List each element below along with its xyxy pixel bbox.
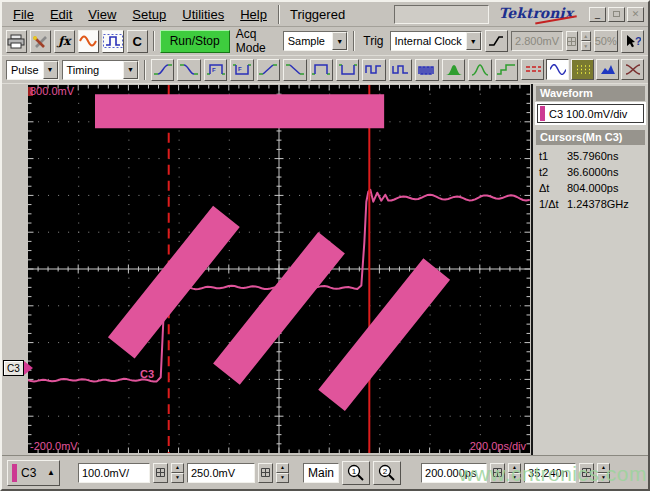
c-cursor-button[interactable]: C bbox=[127, 30, 148, 53]
cursor-t2-value: 36.6000ns bbox=[567, 166, 618, 178]
trigger-status: Triggered bbox=[284, 7, 392, 22]
spin-down-icon[interactable]: ▼ bbox=[508, 473, 521, 483]
horizontal-position-field[interactable]: 35.240n bbox=[524, 463, 576, 483]
pulse-neg-f-icon: F bbox=[232, 63, 252, 76]
measure-peak-outline-button[interactable] bbox=[468, 59, 491, 81]
printer-icon bbox=[7, 34, 25, 49]
channel-row[interactable]: C3 100.0mV/div bbox=[537, 104, 644, 123]
spin-up-icon[interactable]: ▲ bbox=[581, 31, 591, 41]
chevron-down-icon[interactable]: ▼ bbox=[43, 61, 58, 79]
measure-burst-button[interactable] bbox=[415, 59, 438, 81]
cursors-header: Cursors(Mn C3) bbox=[536, 130, 645, 145]
vertical-scale-field[interactable]: 100.0mV/ bbox=[78, 463, 150, 483]
tektronix-logo: Tektronix bbox=[497, 5, 583, 23]
menu-setup[interactable]: Setup bbox=[125, 5, 173, 24]
zoom-1-button[interactable]: 1 bbox=[342, 461, 370, 485]
spin-up-icon[interactable]: ▲ bbox=[508, 463, 521, 473]
acq-mode-dropdown[interactable]: Sample ▼ bbox=[283, 31, 349, 51]
spin-down-icon[interactable]: ▼ bbox=[597, 473, 610, 483]
keypad-button[interactable] bbox=[490, 463, 505, 483]
pulse-select-button[interactable] bbox=[102, 30, 124, 53]
minimize-button[interactable]: _ bbox=[589, 7, 606, 22]
menu-utilities[interactable]: Utilities bbox=[175, 5, 231, 24]
menu-file[interactable]: File bbox=[6, 5, 41, 24]
display-sine-button[interactable] bbox=[546, 59, 569, 80]
readout-sidebar: Waveform C3 100.0mV/div Cursors(Mn C3) t… bbox=[531, 84, 648, 455]
svg-text:?: ? bbox=[635, 35, 641, 47]
trig-source-dropdown[interactable]: Internal Clock ▼ bbox=[390, 31, 482, 51]
measure-pos-duty-button[interactable] bbox=[362, 59, 385, 81]
horizontal-scale-field[interactable]: 200.000ps bbox=[421, 463, 487, 483]
zoom-2-button[interactable]: 2 bbox=[373, 461, 401, 485]
cursor-freq-row: 1/Δt 1.24378GHz bbox=[536, 196, 645, 212]
spin-down-icon[interactable]: ▼ bbox=[276, 473, 289, 483]
timebase-view-label: Main bbox=[303, 463, 339, 483]
measure-freq-pos-button[interactable]: F bbox=[204, 59, 227, 81]
chevron-down-icon[interactable]: ▼ bbox=[332, 32, 347, 50]
tools-button[interactable] bbox=[30, 30, 51, 53]
acq-mode-value: Sample bbox=[284, 35, 333, 47]
trig-level-spinner[interactable]: ▲▼ bbox=[581, 31, 591, 51]
measure-category-dropdown[interactable]: Timing ▼ bbox=[62, 60, 139, 80]
measure-pos-width-button[interactable] bbox=[310, 59, 333, 81]
graticule-display[interactable]: 800.0mV -200.0mV 200.0ps/div C3 bbox=[28, 85, 530, 453]
trig-level-field[interactable]: 2.800mV bbox=[511, 31, 563, 51]
print-button[interactable] bbox=[6, 30, 27, 53]
measure-neg-duty-button[interactable] bbox=[389, 59, 412, 81]
spin-up-icon[interactable]: ▲ bbox=[597, 463, 610, 473]
chevron-down-icon[interactable]: ▼ bbox=[466, 32, 481, 50]
spin-up-icon[interactable]: ▲ bbox=[171, 463, 184, 473]
signal-type-dropdown[interactable]: Pulse ▼ bbox=[6, 60, 59, 80]
keypad-button[interactable] bbox=[153, 463, 168, 483]
vertical-offset-spinner[interactable]: ▲▼ bbox=[276, 463, 289, 483]
measure-fall-time-button[interactable] bbox=[177, 59, 200, 81]
measure-step-button[interactable] bbox=[495, 59, 518, 81]
horizontal-scale-spinner[interactable]: ▲▼ bbox=[508, 463, 521, 483]
signal-type-value: Pulse bbox=[7, 64, 43, 76]
measure-peak-button[interactable] bbox=[442, 59, 465, 81]
cursor-t1-value: 35.7960ns bbox=[567, 150, 618, 162]
keypad-button[interactable] bbox=[566, 31, 578, 51]
channel-position-marker[interactable]: C3 bbox=[3, 360, 33, 376]
chevron-down-icon[interactable]: ▼ bbox=[123, 61, 138, 79]
toolbar-separator bbox=[144, 60, 146, 80]
keypad-button[interactable] bbox=[579, 463, 594, 483]
fall-ramp-icon bbox=[285, 63, 305, 76]
vertical-offset-field[interactable]: 250.0mV bbox=[187, 463, 255, 483]
measure-neg-width-button[interactable] bbox=[336, 59, 359, 81]
tools-icon bbox=[31, 34, 49, 49]
measure-freq-neg-button[interactable]: F bbox=[230, 59, 253, 81]
chevron-up-icon: ▲ bbox=[47, 468, 55, 477]
keypad-icon bbox=[567, 37, 576, 46]
measure-rise-time-button[interactable] bbox=[151, 59, 174, 81]
menu-edit[interactable]: Edit bbox=[43, 5, 79, 24]
measure-fall-ramp-button[interactable] bbox=[283, 59, 306, 81]
spin-up-icon[interactable]: ▲ bbox=[276, 463, 289, 473]
channel-marker-label: C3 bbox=[3, 360, 24, 376]
display-histogram-button[interactable] bbox=[596, 59, 619, 80]
channel-selector-button[interactable]: C3 ▲ bbox=[7, 460, 60, 486]
pulse-pos-icon bbox=[311, 63, 331, 76]
math-fx-button[interactable]: ƒx bbox=[54, 30, 75, 53]
toolbar-separator bbox=[153, 31, 155, 51]
display-vectors-button[interactable] bbox=[521, 59, 544, 80]
spin-down-icon[interactable]: ▼ bbox=[581, 41, 591, 51]
horizontal-position-spinner[interactable]: ▲▼ bbox=[597, 463, 610, 483]
restore-button[interactable] bbox=[608, 7, 625, 22]
display-eye-button[interactable] bbox=[621, 59, 644, 80]
vertical-scale-spinner[interactable]: ▲▼ bbox=[171, 463, 184, 483]
keypad-button[interactable] bbox=[258, 463, 273, 483]
context-help-button[interactable]: ? bbox=[621, 30, 644, 53]
trig-slope-button[interactable] bbox=[485, 30, 508, 52]
menu-help[interactable]: Help bbox=[233, 5, 274, 24]
pulse-pos-f-icon: F bbox=[206, 63, 226, 76]
close-button[interactable]: ✕ bbox=[627, 7, 644, 22]
spin-down-icon[interactable]: ▼ bbox=[171, 473, 184, 483]
set-50-percent-button[interactable]: 50% bbox=[594, 30, 618, 52]
display-dots-button[interactable] bbox=[571, 59, 594, 80]
waveform-button[interactable] bbox=[78, 30, 99, 53]
measure-rise-ramp-button[interactable] bbox=[257, 59, 280, 81]
toolbar-separator bbox=[353, 31, 355, 51]
menu-view[interactable]: View bbox=[81, 5, 123, 24]
run-stop-button[interactable]: Run/Stop bbox=[160, 30, 230, 53]
